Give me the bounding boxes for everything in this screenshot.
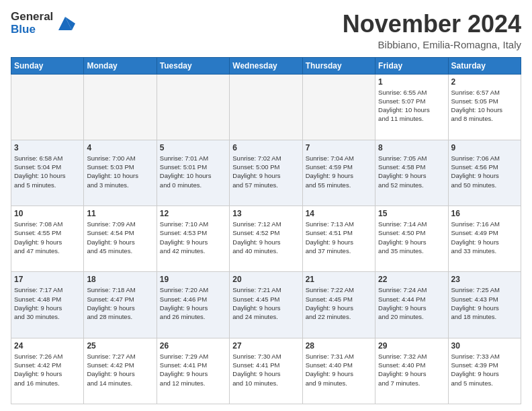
day-info: Sunrise: 7:06 AM Sunset: 4:56 PM Dayligh…	[451, 154, 518, 189]
day-info: Sunrise: 6:55 AM Sunset: 5:07 PM Dayligh…	[378, 88, 445, 124]
calendar-cell: 28Sunrise: 7:31 AM Sunset: 4:40 PM Dayli…	[302, 338, 375, 404]
day-info: Sunrise: 7:26 AM Sunset: 4:42 PM Dayligh…	[14, 352, 81, 387]
day-number: 26	[160, 341, 226, 351]
day-number: 17	[14, 275, 81, 284]
day-info: Sunrise: 7:02 AM Sunset: 5:00 PM Dayligh…	[232, 154, 299, 189]
calendar-cell: 9Sunrise: 7:06 AM Sunset: 4:56 PM Daylig…	[448, 140, 521, 205]
day-number: 11	[87, 209, 153, 218]
calendar-week-4: 17Sunrise: 7:17 AM Sunset: 4:48 PM Dayli…	[11, 272, 521, 338]
calendar-week-1: 1Sunrise: 6:55 AM Sunset: 5:07 PM Daylig…	[11, 74, 521, 140]
day-number: 9	[451, 143, 518, 152]
calendar-week-2: 3Sunrise: 6:58 AM Sunset: 5:04 PM Daylig…	[11, 140, 521, 205]
day-number: 14	[306, 209, 372, 218]
day-info: Sunrise: 7:13 AM Sunset: 4:51 PM Dayligh…	[306, 220, 372, 255]
day-info: Sunrise: 7:12 AM Sunset: 4:52 PM Dayligh…	[232, 220, 299, 255]
day-number: 16	[451, 209, 518, 218]
day-number: 21	[306, 275, 372, 284]
col-thursday: Thursday	[302, 57, 375, 74]
day-info: Sunrise: 7:16 AM Sunset: 4:49 PM Dayligh…	[451, 220, 518, 255]
calendar-cell: 3Sunrise: 6:58 AM Sunset: 5:04 PM Daylig…	[11, 140, 84, 205]
day-info: Sunrise: 7:21 AM Sunset: 4:45 PM Dayligh…	[232, 285, 299, 321]
day-info: Sunrise: 7:25 AM Sunset: 4:43 PM Dayligh…	[451, 285, 518, 321]
location: Bibbiano, Emilia-Romagna, Italy	[343, 39, 521, 50]
calendar-week-3: 10Sunrise: 7:08 AM Sunset: 4:55 PM Dayli…	[11, 206, 521, 272]
calendar-cell: 30Sunrise: 7:33 AM Sunset: 4:39 PM Dayli…	[448, 338, 521, 404]
day-info: Sunrise: 7:27 AM Sunset: 4:42 PM Dayligh…	[87, 352, 153, 387]
calendar-cell: 15Sunrise: 7:14 AM Sunset: 4:50 PM Dayli…	[375, 206, 448, 272]
calendar-cell: 16Sunrise: 7:16 AM Sunset: 4:49 PM Dayli…	[448, 206, 521, 272]
day-number: 3	[14, 143, 81, 152]
logo: General Blue	[11, 11, 75, 36]
calendar-cell: 1Sunrise: 6:55 AM Sunset: 5:07 PM Daylig…	[375, 74, 448, 140]
day-info: Sunrise: 7:04 AM Sunset: 4:59 PM Dayligh…	[306, 154, 372, 189]
day-number: 20	[232, 275, 299, 284]
day-info: Sunrise: 7:14 AM Sunset: 4:50 PM Dayligh…	[378, 220, 445, 255]
day-info: Sunrise: 7:17 AM Sunset: 4:48 PM Dayligh…	[14, 285, 81, 321]
day-number: 24	[14, 341, 81, 351]
calendar-cell: 19Sunrise: 7:20 AM Sunset: 4:46 PM Dayli…	[157, 272, 229, 338]
logo-general: General	[11, 11, 53, 24]
day-info: Sunrise: 7:00 AM Sunset: 5:03 PM Dayligh…	[87, 154, 153, 189]
calendar-table: Sunday Monday Tuesday Wednesday Thursday…	[11, 57, 521, 404]
col-saturday: Saturday	[448, 57, 521, 74]
day-info: Sunrise: 7:22 AM Sunset: 4:45 PM Dayligh…	[306, 285, 372, 321]
day-info: Sunrise: 7:08 AM Sunset: 4:55 PM Dayligh…	[14, 220, 81, 255]
day-number: 15	[378, 209, 445, 218]
day-info: Sunrise: 7:29 AM Sunset: 4:41 PM Dayligh…	[160, 352, 226, 387]
calendar-cell: 11Sunrise: 7:09 AM Sunset: 4:54 PM Dayli…	[84, 206, 157, 272]
logo-blue: Blue	[11, 24, 53, 36]
day-info: Sunrise: 7:10 AM Sunset: 4:53 PM Dayligh…	[160, 220, 226, 255]
calendar-cell: 26Sunrise: 7:29 AM Sunset: 4:41 PM Dayli…	[157, 338, 229, 404]
calendar-cell: 13Sunrise: 7:12 AM Sunset: 4:52 PM Dayli…	[230, 206, 302, 272]
calendar-cell: 25Sunrise: 7:27 AM Sunset: 4:42 PM Dayli…	[84, 338, 157, 404]
day-number: 30	[451, 341, 518, 351]
day-number: 22	[378, 275, 445, 284]
calendar-cell: 23Sunrise: 7:25 AM Sunset: 4:43 PM Dayli…	[448, 272, 521, 338]
day-info: Sunrise: 6:57 AM Sunset: 5:05 PM Dayligh…	[451, 88, 518, 124]
calendar-cell: 24Sunrise: 7:26 AM Sunset: 4:42 PM Dayli…	[11, 338, 84, 404]
col-wednesday: Wednesday	[230, 57, 302, 74]
day-number: 6	[232, 143, 299, 152]
day-number: 13	[232, 209, 299, 218]
calendar-week-5: 24Sunrise: 7:26 AM Sunset: 4:42 PM Dayli…	[11, 338, 521, 404]
day-number: 12	[160, 209, 226, 218]
calendar-cell: 14Sunrise: 7:13 AM Sunset: 4:51 PM Dayli…	[302, 206, 375, 272]
day-number: 2	[451, 77, 518, 87]
page: General Blue November 2024 Bibbiano, Emi…	[0, 0, 532, 411]
calendar-cell: 29Sunrise: 7:32 AM Sunset: 4:40 PM Dayli…	[375, 338, 448, 404]
day-number: 23	[451, 275, 518, 284]
col-monday: Monday	[84, 57, 157, 74]
day-info: Sunrise: 7:01 AM Sunset: 5:01 PM Dayligh…	[160, 154, 226, 189]
day-info: Sunrise: 7:33 AM Sunset: 4:39 PM Dayligh…	[451, 352, 518, 387]
day-number: 1	[378, 77, 445, 87]
day-number: 25	[87, 341, 153, 351]
calendar-cell	[84, 74, 157, 140]
day-info: Sunrise: 7:31 AM Sunset: 4:40 PM Dayligh…	[306, 352, 372, 387]
calendar-cell: 4Sunrise: 7:00 AM Sunset: 5:03 PM Daylig…	[84, 140, 157, 205]
day-number: 8	[378, 143, 445, 152]
day-info: Sunrise: 7:32 AM Sunset: 4:40 PM Dayligh…	[378, 352, 445, 387]
day-number: 5	[160, 143, 226, 152]
day-info: Sunrise: 6:58 AM Sunset: 5:04 PM Dayligh…	[14, 154, 81, 189]
day-number: 18	[87, 275, 153, 284]
day-info: Sunrise: 7:20 AM Sunset: 4:46 PM Dayligh…	[160, 285, 226, 321]
day-number: 19	[160, 275, 226, 284]
day-info: Sunrise: 7:09 AM Sunset: 4:54 PM Dayligh…	[87, 220, 153, 255]
day-info: Sunrise: 7:05 AM Sunset: 4:58 PM Dayligh…	[378, 154, 445, 189]
day-info: Sunrise: 7:24 AM Sunset: 4:44 PM Dayligh…	[378, 285, 445, 321]
calendar-header-row: Sunday Monday Tuesday Wednesday Thursday…	[11, 57, 521, 74]
col-tuesday: Tuesday	[157, 57, 229, 74]
calendar-cell: 5Sunrise: 7:01 AM Sunset: 5:01 PM Daylig…	[157, 140, 229, 205]
calendar-cell: 10Sunrise: 7:08 AM Sunset: 4:55 PM Dayli…	[11, 206, 84, 272]
calendar-cell	[302, 74, 375, 140]
header: General Blue November 2024 Bibbiano, Emi…	[11, 11, 521, 50]
month-title: November 2024	[343, 11, 521, 38]
day-info: Sunrise: 7:18 AM Sunset: 4:47 PM Dayligh…	[87, 285, 153, 321]
day-number: 27	[232, 341, 299, 351]
calendar-cell: 12Sunrise: 7:10 AM Sunset: 4:53 PM Dayli…	[157, 206, 229, 272]
calendar-cell: 27Sunrise: 7:30 AM Sunset: 4:41 PM Dayli…	[230, 338, 302, 404]
calendar-cell	[11, 74, 84, 140]
calendar-cell: 17Sunrise: 7:17 AM Sunset: 4:48 PM Dayli…	[11, 272, 84, 338]
logo-icon	[55, 13, 75, 34]
calendar-cell	[157, 74, 229, 140]
